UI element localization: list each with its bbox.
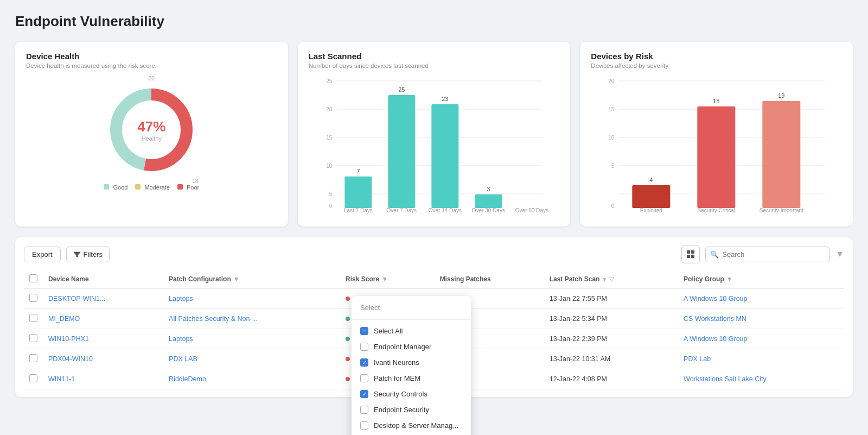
risk-dot bbox=[346, 317, 350, 321]
dropdown-item[interactable]: Security Controls bbox=[352, 386, 471, 402]
th-policy-group: Policy Group ▼ bbox=[678, 270, 844, 289]
filter-policy-group[interactable]: ▼ bbox=[726, 275, 733, 283]
svg-text:Exploited: Exploited bbox=[640, 207, 662, 213]
dropdown-item-label: Security Controls bbox=[374, 390, 427, 398]
dropdown-item[interactable]: Endpoint Manager bbox=[352, 339, 471, 355]
donut-healthy-label: Healthy bbox=[137, 135, 165, 142]
dropdown-checkbox[interactable] bbox=[360, 343, 368, 351]
patch-config-link[interactable]: Laptops bbox=[169, 335, 193, 343]
dropdown-item[interactable]: Endpoint Security bbox=[352, 402, 471, 418]
risk-dot bbox=[346, 357, 350, 361]
svg-text:4: 4 bbox=[650, 176, 653, 183]
row-device: DESKTOP-WIN1... bbox=[43, 289, 163, 309]
filter-risk-score[interactable]: ▼ bbox=[381, 275, 388, 283]
svg-text:Over 60 Days: Over 60 Days bbox=[515, 207, 548, 213]
filters-button[interactable]: Filters bbox=[66, 247, 110, 262]
last-scanned-subtitle: Number of days since devices last scanne… bbox=[309, 62, 560, 69]
scale-bottom: 18 bbox=[192, 178, 198, 184]
donut-legend: Good Moderate Poor bbox=[104, 184, 199, 191]
patch-config-link[interactable]: PDX LAB bbox=[169, 355, 197, 363]
row-select-checkbox[interactable] bbox=[29, 374, 37, 382]
device-name-link[interactable]: MI_DEMO bbox=[48, 315, 80, 323]
row-device: PDX04-WIN10 bbox=[43, 349, 163, 369]
svg-text:Security Critical: Security Critical bbox=[698, 207, 735, 213]
svg-text:5: 5 bbox=[329, 191, 332, 197]
row-checkbox bbox=[24, 289, 43, 309]
table-section: Export Filters 🔍 ▼ bbox=[15, 237, 853, 397]
device-health-card: Device Health Device health is measured … bbox=[15, 42, 288, 226]
device-name-link[interactable]: WIN11-1 bbox=[48, 375, 75, 383]
sort-arrow-scan: ▼ bbox=[602, 276, 607, 282]
filter-last-scan[interactable]: ▽ bbox=[609, 275, 614, 283]
donut-percentage: 47% bbox=[137, 118, 165, 135]
row-select-checkbox[interactable] bbox=[29, 354, 37, 362]
search-icon: 🔍 bbox=[710, 250, 719, 259]
device-name-link[interactable]: PDX04-WIN10 bbox=[48, 355, 93, 363]
dropdown-item-label: Select All bbox=[374, 327, 403, 335]
row-patch-config: All Patches Security & Non-... bbox=[163, 309, 340, 329]
dropdown-checkbox[interactable] bbox=[360, 327, 368, 335]
donut-label: 47% Healthy bbox=[137, 118, 165, 142]
grid-view-button[interactable] bbox=[681, 245, 700, 263]
patch-config-link[interactable]: Laptops bbox=[169, 295, 193, 302]
row-checkbox bbox=[24, 369, 43, 389]
row-select-checkbox[interactable] bbox=[29, 314, 37, 322]
policy-group-link[interactable]: PDX Lab bbox=[684, 355, 711, 363]
th-missing-patches: Missing Patches bbox=[435, 270, 544, 289]
row-device: WIN10-PHX1 bbox=[43, 329, 163, 349]
svg-text:3: 3 bbox=[487, 186, 490, 192]
dropdown-overlay: Select Select AllEndpoint ManagerIvanti … bbox=[352, 296, 471, 435]
svg-rect-39 bbox=[698, 106, 736, 208]
row-select-checkbox[interactable] bbox=[29, 334, 37, 342]
row-policy-group: A Windows 10 Group bbox=[678, 329, 844, 349]
dropdown-item[interactable]: Patch for MEM bbox=[352, 370, 471, 386]
policy-group-link[interactable]: A Windows 10 Group bbox=[684, 335, 747, 343]
legend-good: Good bbox=[104, 184, 127, 191]
dropdown-item[interactable]: Desktop & Server Manag... bbox=[352, 418, 471, 433]
row-patch-config: RiddleDemo bbox=[163, 369, 340, 389]
legend-dot-moderate bbox=[135, 184, 141, 190]
svg-text:25: 25 bbox=[398, 86, 405, 93]
policy-group-link[interactable]: CS Workstations MN bbox=[684, 315, 746, 323]
filter-patch-config[interactable]: ▼ bbox=[233, 275, 240, 283]
svg-text:19: 19 bbox=[778, 92, 785, 99]
dropdown-checkbox[interactable] bbox=[360, 390, 368, 398]
dropdown-item-label: Endpoint Security bbox=[374, 406, 429, 414]
dropdown-checkbox[interactable] bbox=[360, 421, 368, 430]
dropdown-checkbox[interactable] bbox=[360, 374, 368, 382]
dropdown-item[interactable]: Ivanti Neurons bbox=[352, 355, 471, 370]
svg-text:23: 23 bbox=[442, 96, 448, 102]
patch-config-link[interactable]: RiddleDemo bbox=[169, 375, 206, 383]
filter-icon bbox=[73, 250, 81, 258]
dropdown-item[interactable]: Select All bbox=[352, 323, 471, 339]
device-name-link[interactable]: DESKTOP-WIN1... bbox=[48, 295, 105, 302]
table-filter-button-right[interactable]: ▼ bbox=[835, 249, 844, 259]
svg-text:18: 18 bbox=[713, 98, 720, 104]
row-last-scan: 13-Jan-22 2:39 PM bbox=[544, 329, 678, 349]
row-select-checkbox[interactable] bbox=[29, 294, 37, 302]
table-toolbar: Export Filters 🔍 ▼ bbox=[24, 245, 844, 263]
dropdown-checkbox[interactable] bbox=[360, 406, 368, 414]
row-policy-group: Workstations Salt Lake City bbox=[678, 369, 844, 389]
export-button[interactable]: Export bbox=[24, 247, 61, 262]
svg-text:20: 20 bbox=[326, 106, 333, 112]
search-input[interactable] bbox=[705, 247, 830, 262]
th-select-all bbox=[24, 270, 43, 289]
row-checkbox bbox=[24, 309, 43, 329]
svg-rect-36 bbox=[633, 185, 671, 208]
dropdown-item-label: Ivanti Neurons bbox=[374, 358, 419, 367]
svg-text:Over 7 Days: Over 7 Days bbox=[386, 207, 417, 213]
row-policy-group: PDX Lab bbox=[678, 349, 844, 369]
legend-moderate: Moderate bbox=[135, 184, 170, 191]
policy-group-link[interactable]: Workstations Salt Lake City bbox=[684, 375, 767, 383]
device-name-link[interactable]: WIN10-PHX1 bbox=[48, 335, 89, 343]
select-all-checkbox[interactable] bbox=[29, 274, 37, 282]
patch-config-link[interactable]: All Patches Security & Non-... bbox=[169, 315, 258, 323]
svg-rect-46 bbox=[691, 250, 694, 254]
svg-rect-19 bbox=[431, 104, 458, 208]
dropdown-checkbox[interactable] bbox=[360, 358, 368, 367]
svg-text:Last 7 Days: Last 7 Days bbox=[344, 207, 373, 213]
dropdown-item-label: Patch for MEM bbox=[374, 374, 420, 382]
policy-group-link[interactable]: A Windows 10 Group bbox=[684, 295, 747, 302]
dropdown-items-list: Select AllEndpoint ManagerIvanti Neurons… bbox=[352, 323, 471, 433]
